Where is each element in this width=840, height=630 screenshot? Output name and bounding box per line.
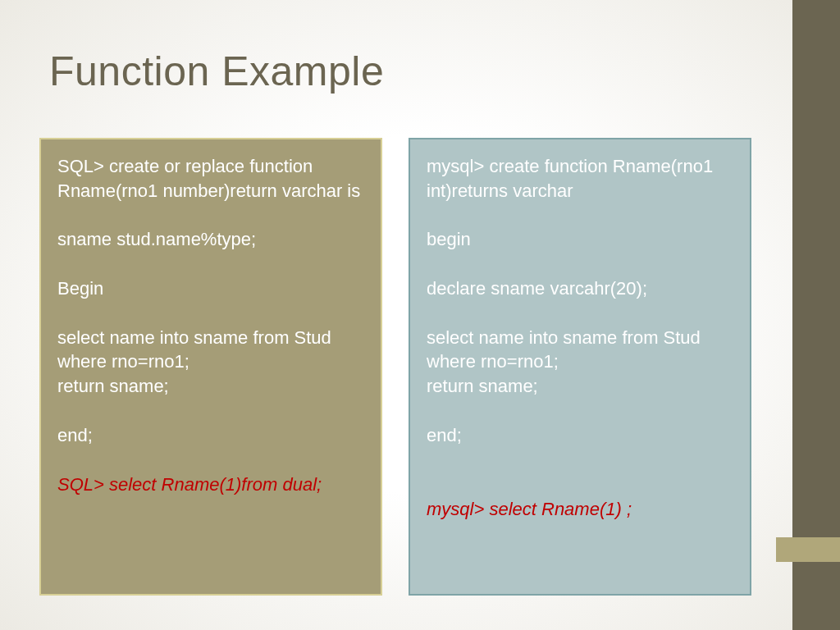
code-line: end; — [427, 423, 733, 448]
code-line: SQL> create or replace function Rname(rn… — [57, 154, 364, 203]
code-line: begin — [427, 227, 733, 252]
slide-title: Function Example — [49, 48, 384, 95]
code-line-result: mysql> select Rname(1) ; — [427, 497, 733, 522]
code-line: end; — [57, 423, 364, 448]
right-code-panel: mysql> create function Rname(rno1 int)re… — [409, 138, 751, 596]
code-line: return sname; — [57, 374, 364, 399]
right-sidebar-accent — [776, 537, 840, 562]
code-line: return sname; — [427, 374, 733, 399]
code-line: select name into sname from Stud where r… — [427, 326, 733, 374]
code-line: Begin — [57, 276, 364, 301]
code-line: sname stud.name%type; — [57, 227, 364, 252]
right-sidebar-decoration — [792, 0, 840, 630]
code-line-result: SQL> select Rname(1)from dual; — [57, 472, 364, 497]
code-line: declare sname varcahr(20); — [427, 276, 733, 301]
code-line: mysql> create function Rname(rno1 int)re… — [427, 154, 733, 203]
code-line: select name into sname from Stud where r… — [57, 326, 364, 374]
left-code-panel: SQL> create or replace function Rname(rn… — [39, 138, 382, 596]
